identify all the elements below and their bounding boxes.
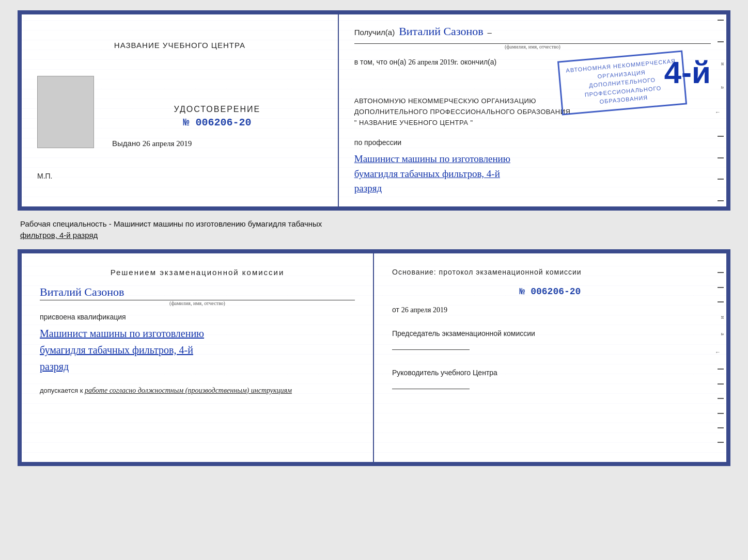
side-dash-4 <box>718 157 724 158</box>
side-dash-6 <box>718 200 724 201</box>
udostoverenie-block: УДОСТОВЕРЕНИЕ № 006206-20 <box>112 105 322 129</box>
qual-line3: разряд <box>40 358 355 375</box>
qual-line2: бумагидля табачных фильтров, 4-й <box>40 342 355 358</box>
cert-bottom-left-panel: Решением экзаменационной комиссии Витали… <box>22 253 374 462</box>
profession-line2: бумагидля табачных фильтров, 4-й <box>354 167 711 182</box>
qual-line1: Машинист машины по изготовлению <box>40 325 355 342</box>
stamp-box: АВТОНОМНАЯ НЕКОММЕРЧЕСКАЯ ОРГАНИЗАЦИЯ ДО… <box>557 51 687 115</box>
director-sig-line <box>392 389 470 389</box>
left-text-column: УДОСТОВЕРЕНИЕ № 006206-20 Выдано 26 апре… <box>104 94 322 148</box>
bottom-certificate: Решением экзаменационной комиссии Витали… <box>18 249 730 466</box>
b-side-dash-1 <box>718 272 724 273</box>
profession-label: по профессии <box>354 138 711 147</box>
date-suffix: окончил(а) <box>460 58 496 66</box>
recipient-underline: (фамилия, имя, отчество) <box>354 42 711 50</box>
top-certificate: НАЗВАНИЕ УЧЕБНОГО ЦЕНТРА УДОСТОВЕРЕНИЕ №… <box>18 10 730 211</box>
bottom-person-label: (фамилия, имя, отчество) <box>40 300 355 306</box>
osnov-title: Основание: протокол экзаменационной коми… <box>392 266 708 278</box>
b-side-dash-8 <box>718 427 724 428</box>
qualification-block: Машинист машины по изготовлению бумагидл… <box>40 325 355 375</box>
b-side-text-и: и <box>715 316 726 319</box>
mp-label: М.П. <box>37 172 53 180</box>
profession-line3: разряд <box>354 181 711 196</box>
document-wrapper: НАЗВАНИЕ УЧЕБНОГО ЦЕНТРА УДОСТОВЕРЕНИЕ №… <box>18 10 730 466</box>
director-section: Руководитель учебного Центра <box>392 367 708 390</box>
protocol-date: от 26 апреля 2019 <box>392 306 708 314</box>
protocol-date-value: 26 апреля 2019 <box>401 306 447 314</box>
b-side-text-arrow: ← <box>715 349 726 355</box>
received-prefix: Получил(а) <box>354 28 395 37</box>
side-dash-5 <box>718 179 724 180</box>
chairman-sig-line <box>392 349 470 350</box>
cert-right-panel: Получил(а) Виталий Сазонов – (фамилия, и… <box>339 14 726 206</box>
b-side-dash-6 <box>718 398 724 399</box>
org-line2: ДОПОЛНИТЕЛЬНОГО ПРОФЕССИОНАЛЬНОГО ОБРАЗО… <box>354 107 711 118</box>
date-handwritten: 26 апреля 2019г. <box>408 58 458 66</box>
bottom-person-block: Виталий Сазонов (фамилия, имя, отчество) <box>40 283 355 306</box>
issued-block: Выдано 26 апреля 2019 <box>112 139 322 148</box>
issued-label: Выдано <box>112 139 141 148</box>
b-side-dash-9 <box>718 442 724 443</box>
specialty-line2: фильтров, 4-й разряд <box>20 230 728 242</box>
bottom-person-name: Виталий Сазонов <box>40 285 355 299</box>
b-side-dash-2 <box>718 287 724 288</box>
b-side-text-а: а <box>715 333 726 335</box>
commission-title: Решением экзаменационной комиссии <box>40 266 355 279</box>
cert-photo-row: УДОСТОВЕРЕНИЕ № 006206-20 Выдано 26 апре… <box>37 71 322 148</box>
protocol-number: № 006206-20 <box>392 286 708 297</box>
side-dash-3 <box>718 136 724 137</box>
issued-date: 26 апреля 2019 <box>143 139 192 148</box>
qualification-label: присвоена квалификация <box>40 313 355 321</box>
side-dash-2 <box>718 41 724 42</box>
chairman-title: Председатель экзаменационной комиссии <box>392 328 708 339</box>
specialty-line1: Рабочая специальность - Машинист машины … <box>20 218 728 230</box>
dopusk-block: допускается к работе согласно должностны… <box>40 387 355 395</box>
recipient-block: Получил(а) Виталий Сазонов – (фамилия, и… <box>354 25 711 50</box>
specialty-text-block: Рабочая специальность - Машинист машины … <box>18 216 730 244</box>
photo-column <box>37 71 104 148</box>
chairman-section: Председатель экзаменационной комиссии <box>392 328 708 351</box>
b-side-dash-4 <box>718 369 724 370</box>
udostoverenie-title: УДОСТОВЕРЕНИЕ <box>112 105 322 114</box>
cert-photo <box>37 76 94 148</box>
profession-line1: Машинист машины по изготовлению <box>354 152 711 167</box>
right-side-decorations: и а ← <box>715 14 726 206</box>
side-text-a: а <box>715 86 726 89</box>
b-side-dash-3 <box>718 301 724 302</box>
side-text-и: и <box>715 62 726 66</box>
date-prefix: в том, что он(а) <box>354 58 407 66</box>
bottom-right-decorations: и а ← <box>715 253 726 462</box>
school-name-top: НАЗВАНИЕ УЧЕБНОГО ЦЕНТРА <box>114 41 245 50</box>
side-dash-1 <box>718 20 724 21</box>
director-title: Руководитель учебного Центра <box>392 367 708 378</box>
recipient-name: Виталий Сазонов <box>399 25 483 38</box>
udostoverenie-number: № 006206-20 <box>112 117 322 129</box>
b-side-dash-7 <box>718 413 724 414</box>
dash-separator: – <box>488 28 492 37</box>
cert-left-panel: НАЗВАНИЕ УЧЕБНОГО ЦЕНТРА УДОСТОВЕРЕНИЕ №… <box>22 14 339 206</box>
side-text-arrow: ← <box>715 109 726 115</box>
date-prefix: от <box>392 306 399 314</box>
b-side-dash-5 <box>718 383 724 385</box>
dopusk-prefix: допускается к <box>40 387 83 394</box>
cert-bottom-right-panel: Основание: протокол экзаменационной коми… <box>374 253 726 462</box>
profession-block: Машинист машины по изготовлению бумагидл… <box>354 152 711 196</box>
recipient-label: (фамилия, имя, отчество) <box>354 43 711 50</box>
org-line3: " НАЗВАНИЕ УЧЕБНОГО ЦЕНТРА " <box>354 118 711 129</box>
dopusk-text: работе согласно должностным (производств… <box>85 387 292 394</box>
